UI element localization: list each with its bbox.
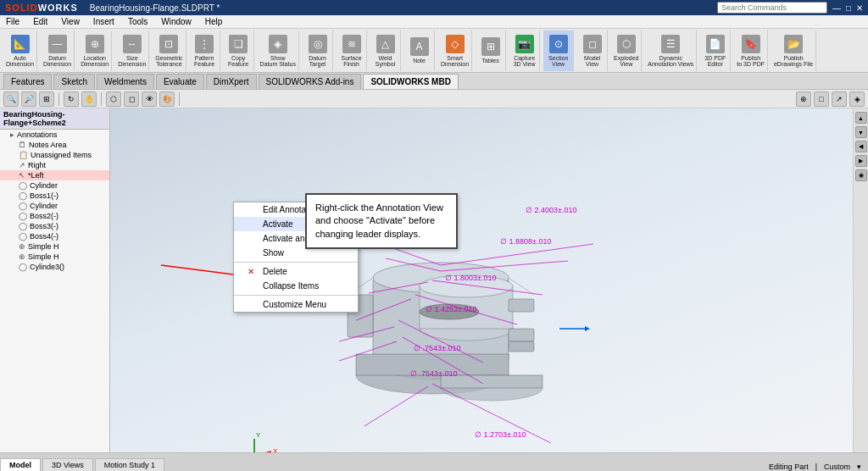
- minimize-button[interactable]: —: [832, 3, 841, 13]
- tree-label-annotations: Annotations: [17, 130, 58, 139]
- tree-item-boss2[interactable]: ◯ Boss2(-): [0, 211, 109, 221]
- tool-model-view[interactable]: ◻ ModelView: [577, 30, 608, 71]
- rp-btn-5[interactable]: ◉: [855, 169, 867, 181]
- menu-insert[interactable]: Insert: [91, 17, 117, 26]
- tree-item-left[interactable]: ↖ *Left: [0, 170, 109, 180]
- tab-dimxpert[interactable]: DimXpert: [206, 74, 257, 89]
- tree-item-cylinder1[interactable]: ◯ Cylinder: [0, 180, 109, 191]
- tool-pattern-feature[interactable]: ⋮ PatternFeature: [190, 30, 220, 71]
- tab-sketch[interactable]: Sketch: [53, 74, 95, 89]
- tool-dynamic-annotation[interactable]: ☰ DynamicAnnotation Views: [645, 30, 697, 71]
- tab-weldments[interactable]: Weldments: [97, 74, 154, 89]
- tree-item-simple1[interactable]: ⊕ Simple H: [0, 241, 109, 252]
- tree-item-right[interactable]: ↗ Right: [0, 160, 109, 170]
- surface-finish-icon: ≋: [342, 35, 361, 53]
- rp-btn-1[interactable]: ▲: [855, 112, 867, 124]
- bot-tab-3dviews[interactable]: 3D Views: [42, 458, 93, 471]
- edit-appearance-button[interactable]: 🎨: [159, 91, 175, 107]
- tool-section-view[interactable]: ⊙ SectionView: [543, 30, 574, 71]
- hide-show-button[interactable]: 👁: [142, 91, 157, 107]
- view-orient-button[interactable]: ⬡: [106, 91, 121, 107]
- tree-item-boss4[interactable]: ◯ Boss4(-): [0, 231, 109, 241]
- tool-size-dimension[interactable]: ↔ SizeDimension: [115, 30, 149, 71]
- custom-status: Custom: [824, 463, 850, 471]
- svg-rect-8: [509, 329, 534, 341]
- view-btn-r1[interactable]: ⊕: [796, 91, 811, 107]
- zoom-in-button[interactable]: 🔍: [3, 91, 19, 107]
- tool-smart-dimension[interactable]: ◇ SmartDimension: [438, 30, 472, 71]
- tool-geometric-tolerance[interactable]: ⊡ GeometricTolerance: [153, 30, 186, 71]
- 3d-viewport[interactable]: X Y Z ∅ 2.4003±.010 ∅ 1.8808±.010 ∅ 1.80…: [110, 108, 868, 452]
- tool-surface-finish[interactable]: ≋ SurfaceFinish: [337, 30, 367, 71]
- zoom-out-button[interactable]: 🔎: [21, 91, 36, 107]
- rotate-button[interactable]: ↻: [64, 91, 79, 107]
- status-arrow[interactable]: ▾: [857, 463, 861, 471]
- main-area: BearingHousing-Flange+Scheme2 ▸ Annotati…: [0, 108, 868, 452]
- tree-item-unassigned[interactable]: 📋 Unassigned Items: [0, 150, 109, 160]
- tool-exploded-view[interactable]: ⬡ ExplodedView: [611, 30, 642, 71]
- menu-view[interactable]: View: [58, 17, 82, 26]
- tab-features[interactable]: Features: [3, 74, 52, 89]
- feature-tree: BearingHousing-Flange+Scheme2 ▸ Annotati…: [0, 108, 110, 452]
- tab-sw-mbd[interactable]: SOLIDWORKS MBD: [363, 74, 458, 89]
- tool-datum-target[interactable]: ◎ DatumTarget: [303, 30, 333, 71]
- tool-auto-dimension[interactable]: 📐 AutoDimension: [3, 30, 37, 71]
- menu-window[interactable]: Window: [159, 17, 194, 26]
- view-btn-r4[interactable]: ◈: [849, 91, 865, 107]
- maximize-button[interactable]: □: [846, 3, 851, 13]
- view-btn-r3[interactable]: ↗: [832, 91, 847, 107]
- tab-evaluate[interactable]: Evaluate: [156, 74, 204, 89]
- ctx-separator-2: [234, 295, 358, 296]
- search-input[interactable]: [717, 2, 827, 14]
- 3d-pdf-editor-icon: 📄: [706, 35, 725, 53]
- tool-weld-symbol[interactable]: △ WeldSymbol: [370, 30, 401, 71]
- annotation-1: ∅ 2.4003±.010: [526, 206, 576, 214]
- tree-item-simple2[interactable]: ⊕ Simple H: [0, 252, 109, 262]
- tooltip-callout: Right-click the Annotation View and choo…: [305, 193, 458, 249]
- view-btn-r2[interactable]: □: [814, 91, 829, 107]
- bot-tab-motion-study[interactable]: Motion Study 1: [95, 458, 164, 471]
- ctx-collapse-items[interactable]: Collapse Items: [234, 279, 358, 293]
- tool-copy-feature[interactable]: ❏ CopyFeature: [224, 30, 254, 71]
- rp-btn-4[interactable]: ▶: [855, 155, 867, 167]
- publish-3d-icon: 🔖: [742, 35, 760, 53]
- tool-location-dimension[interactable]: ⊕ LocationDimension: [78, 30, 112, 71]
- tool-3d-pdf-editor[interactable]: 📄 3D PDFEditor: [700, 30, 731, 71]
- menu-edit[interactable]: Edit: [31, 17, 50, 26]
- tool-tables[interactable]: ⊞ Tables: [476, 30, 506, 71]
- tool-show-datum-status[interactable]: ◈ ShowDatum Status: [258, 30, 299, 71]
- close-button[interactable]: ✕: [856, 3, 863, 13]
- tree-item-boss3[interactable]: ◯ Boss3(-): [0, 221, 109, 231]
- menu-help[interactable]: Help: [203, 17, 225, 26]
- tab-bar: Features Sketch Weldments Evaluate DimXp…: [0, 73, 868, 90]
- geometric-tolerance-icon: ⊡: [159, 35, 178, 53]
- delete-icon: ✕: [248, 267, 258, 276]
- ctx-customize-menu[interactable]: Customize Menu: [234, 297, 358, 312]
- menu-tools[interactable]: Tools: [125, 17, 150, 26]
- tool-publish-edrawings[interactable]: 📂 PublisheDrawings File: [771, 30, 816, 71]
- tool-note[interactable]: A Note: [404, 30, 435, 71]
- display-style-button[interactable]: ◻: [124, 91, 139, 107]
- tree-item-notes-area[interactable]: 🗒 Notes Area: [0, 140, 109, 150]
- bot-tab-model[interactable]: Model: [0, 458, 41, 471]
- zoom-fit-button[interactable]: ⊞: [39, 91, 54, 107]
- tree-item-cylinder2[interactable]: ◯ Cylinder: [0, 201, 109, 211]
- unassigned-icon: 📋: [19, 151, 28, 159]
- ctx-delete[interactable]: ✕ Delete: [234, 264, 358, 279]
- tree-item-annotations[interactable]: ▸ Annotations: [0, 130, 109, 140]
- titlebar-right: — □ ✕: [717, 2, 863, 14]
- tree-item-cylinder3[interactable]: ◯ Cylinde3(): [0, 262, 109, 272]
- auto-dimension-icon: 📐: [11, 35, 30, 53]
- tab-sw-addins[interactable]: SOLIDWORKS Add-ins: [259, 74, 362, 89]
- rp-btn-2[interactable]: ▼: [855, 126, 867, 138]
- rp-btn-3[interactable]: ◀: [855, 141, 867, 152]
- tree-item-boss1[interactable]: ◯ Boss1(-): [0, 191, 109, 201]
- annotation-6: ∅ .7543±.010: [410, 369, 457, 378]
- document-title: BearingHousing-Flange.SLDPRT *: [90, 3, 220, 13]
- svg-rect-9: [509, 341, 534, 352]
- menu-file[interactable]: File: [3, 17, 22, 26]
- tool-datum-dimension[interactable]: — DatumDimension: [41, 30, 75, 71]
- pan-button[interactable]: ✋: [81, 91, 97, 107]
- tool-capture-3d-view[interactable]: 📷 Capture3D View: [509, 30, 540, 71]
- tool-publish-to-3d[interactable]: 🔖 Publishto 3D PDF: [734, 30, 768, 71]
